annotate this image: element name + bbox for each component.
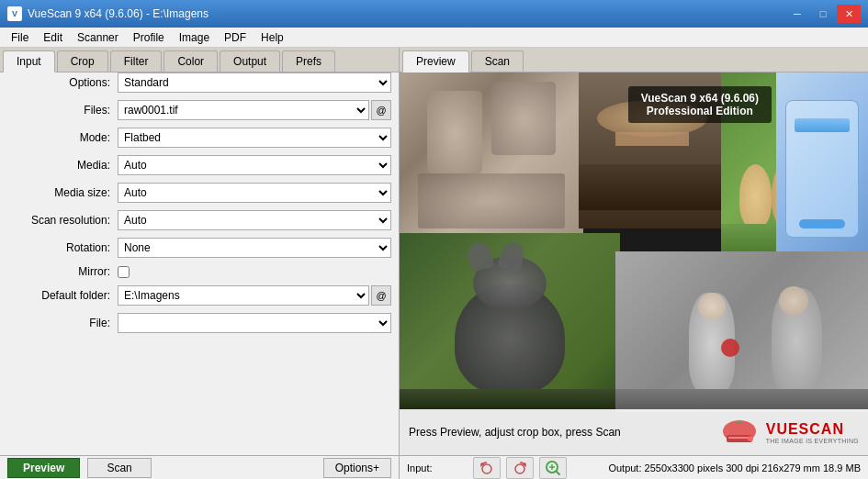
brand-name: VUESCAN: [766, 421, 859, 438]
options-row: Options: Standard Custom: [0, 72, 399, 93]
scan-button[interactable]: Scan: [87, 458, 151, 478]
file-select[interactable]: [118, 313, 391, 333]
media-size-select[interactable]: Auto Letter A4: [118, 183, 391, 203]
window-title: VueScan 9 x64 (9.6.06) - E:\Imagens: [28, 7, 209, 20]
title-bar-controls: ─ □ ✕: [785, 5, 861, 23]
mirror-label: Mirror:: [7, 265, 118, 278]
mode-control: Flatbed Transparency ADF: [118, 128, 391, 148]
bottom-bar: Preview Scan Options+ Input:: [0, 455, 868, 479]
rotation-select[interactable]: None 90 CW 90 CCW 180: [118, 238, 391, 258]
minimize-button[interactable]: ─: [785, 5, 809, 23]
zoom-in-icon[interactable]: [539, 457, 567, 479]
photo-1: [400, 72, 583, 238]
scan-res-control: Auto 300 600 1200: [118, 210, 391, 230]
menu-profile[interactable]: Profile: [126, 29, 172, 46]
bottom-icons: [473, 457, 567, 479]
options-plus-button[interactable]: Options+: [323, 458, 391, 478]
status-left: Input:: [407, 462, 433, 473]
watermark-line1: VueScan 9 x64 (9.6.06): [641, 92, 759, 105]
rotation-row: Rotation: None 90 CW 90 CCW 180: [0, 238, 399, 258]
tab-prefs[interactable]: Prefs: [282, 50, 335, 72]
right-panel: Preview Scan: [400, 48, 868, 455]
scan-res-select[interactable]: Auto 300 600 1200: [118, 210, 391, 230]
mirror-checkbox[interactable]: [118, 266, 130, 278]
tab-output[interactable]: Output: [220, 50, 280, 72]
tab-input[interactable]: Input: [3, 50, 55, 72]
form-wrapper: Options: Standard Custom Files:: [0, 72, 399, 455]
svg-point-4: [482, 464, 491, 473]
file-row: File:: [0, 313, 399, 333]
preview-status-text: Press Preview, adjust crop box, press Sc…: [409, 426, 621, 439]
preview-tabs: Preview Scan: [400, 48, 868, 72]
svg-line-11: [557, 471, 560, 474]
tab-preview[interactable]: Preview: [402, 50, 469, 72]
menu-help[interactable]: Help: [254, 29, 291, 46]
scanner-icon: [719, 415, 761, 450]
tab-scan[interactable]: Scan: [471, 50, 524, 72]
media-label: Media:: [7, 159, 118, 172]
tab-filter[interactable]: Filter: [110, 50, 163, 72]
photo-children: [615, 251, 868, 412]
mode-select[interactable]: Flatbed Transparency ADF: [118, 128, 391, 148]
default-folder-row: Default folder: E:\Imagens @: [0, 285, 399, 306]
title-bar-left: V VueScan 9 x64 (9.6.06) - E:\Imagens: [7, 6, 209, 21]
files-row: Files: raw0001.tif @: [0, 100, 399, 120]
media-select[interactable]: Auto Color B&W: [118, 155, 391, 175]
restore-button[interactable]: □: [811, 5, 835, 23]
menu-scanner[interactable]: Scanner: [70, 29, 126, 46]
close-button[interactable]: ✕: [837, 5, 861, 23]
default-folder-control: E:\Imagens @: [118, 285, 391, 306]
photo-scanner: [776, 72, 868, 265]
bottom-left: Preview Scan Options+: [0, 456, 400, 479]
preview-button[interactable]: Preview: [7, 458, 80, 478]
default-folder-select[interactable]: E:\Imagens: [118, 285, 369, 306]
files-at-button[interactable]: @: [371, 100, 391, 120]
mode-label: Mode:: [7, 131, 118, 144]
media-size-row: Media size: Auto Letter A4: [0, 183, 399, 203]
files-control: raw0001.tif @: [118, 100, 391, 120]
svg-rect-2: [728, 437, 750, 439]
menu-edit[interactable]: Edit: [36, 29, 70, 46]
files-label: Files:: [7, 104, 118, 117]
photo-dog: [400, 233, 620, 412]
photo-collage: VueScan 9 x64 (9.6.06) Professional Edit…: [400, 72, 868, 455]
form-scroll: Options: Standard Custom Files:: [0, 72, 399, 455]
media-size-control: Auto Letter A4: [118, 183, 391, 203]
app-icon: V: [7, 6, 22, 21]
default-folder-at-button[interactable]: @: [371, 285, 391, 306]
tab-crop[interactable]: Crop: [57, 50, 108, 72]
rotate-left-icon[interactable]: [473, 457, 501, 479]
preview-watermark: VueScan 9 x64 (9.6.06) Professional Edit…: [628, 86, 772, 123]
menu-file[interactable]: File: [4, 29, 36, 46]
svg-point-3: [748, 436, 753, 441]
rotate-right-icon[interactable]: [506, 457, 534, 479]
rotation-control: None 90 CW 90 CCW 180: [118, 238, 391, 258]
bottom-right: Input:: [400, 456, 868, 479]
files-select[interactable]: raw0001.tif: [118, 100, 369, 120]
status-right: Output: 2550x3300 pixels 300 dpi 216x279…: [608, 462, 861, 473]
svg-point-6: [515, 464, 524, 473]
tab-color[interactable]: Color: [163, 50, 218, 72]
options-select[interactable]: Standard Custom: [118, 72, 391, 93]
vuescan-brand: VUESCAN THE IMAGE IS EVERYTHING: [719, 415, 859, 450]
scan-res-label: Scan resolution:: [7, 214, 118, 227]
mirror-row: Mirror:: [0, 265, 399, 278]
default-folder-label: Default folder:: [7, 289, 118, 302]
left-panel: Input Crop Filter Color Output Prefs Opt…: [0, 48, 400, 455]
rotation-label: Rotation:: [7, 241, 118, 254]
menu-image[interactable]: Image: [172, 29, 217, 46]
preview-overlay: Press Preview, adjust crop box, press Sc…: [400, 409, 868, 455]
media-row: Media: Auto Color B&W: [0, 155, 399, 175]
menu-bar: File Edit Scanner Profile Image PDF Help: [0, 28, 868, 48]
title-bar: V VueScan 9 x64 (9.6.06) - E:\Imagens ─ …: [0, 0, 868, 28]
scan-res-row: Scan resolution: Auto 300 600 1200: [0, 210, 399, 230]
options-label: Options:: [7, 76, 118, 89]
brand-tagline: THE IMAGE IS EVERYTHING: [766, 438, 859, 444]
media-size-label: Media size:: [7, 186, 118, 199]
mirror-control: [118, 266, 391, 278]
menu-pdf[interactable]: PDF: [217, 29, 254, 46]
file-control: [118, 313, 391, 333]
preview-area: VueScan 9 x64 (9.6.06) Professional Edit…: [400, 72, 868, 455]
options-control: Standard Custom: [118, 72, 391, 93]
mode-row: Mode: Flatbed Transparency ADF: [0, 128, 399, 148]
